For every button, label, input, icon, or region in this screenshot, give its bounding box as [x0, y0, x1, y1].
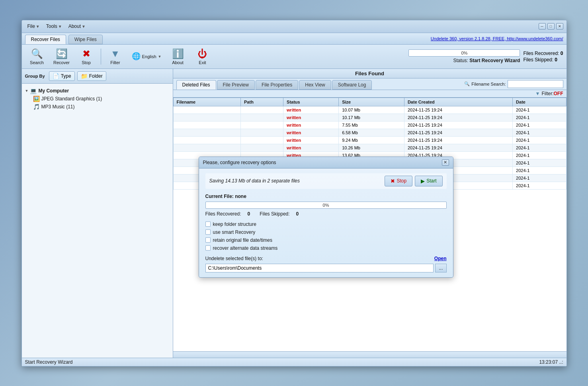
exit-button[interactable]: ⏻ Exit [191, 46, 215, 67]
tree-my-computer[interactable]: ▼ 💻 My Computer [25, 87, 170, 95]
cell-date: 2024-1 [513, 167, 566, 174]
menu-file[interactable]: File ▼ [25, 23, 42, 30]
menu-about-label: About [68, 24, 81, 29]
maximize-button[interactable]: □ [547, 23, 555, 29]
cell-date-created: 2024-11-25 19:24 [404, 136, 512, 144]
english-button[interactable]: 🌐 English ▼ [128, 50, 165, 63]
tree-jpeg-label: JPEG Standard Graphics (1) [41, 96, 102, 102]
dialog-options: keep folder structure use smart Recovery… [205, 221, 447, 251]
tab-software-log[interactable]: Software Log [332, 80, 372, 90]
status-bar-right: 13:23:07 ..: [539, 359, 563, 365]
menu-about[interactable]: About ▼ [66, 23, 88, 30]
cell-status: written [283, 136, 339, 144]
dialog-info-text: Saving 14.13 Mb of data in 2 separate fi… [209, 178, 300, 184]
status-dots: ..: [559, 359, 563, 365]
dialog-dest-path-input[interactable] [205, 264, 434, 272]
cell-size: 6.58 Mb [339, 129, 404, 136]
option-keep-folder[interactable]: keep folder structure [205, 221, 447, 227]
files-recovered-value: 0 [561, 51, 563, 56]
option-smart-recovery[interactable]: use smart Recovery [205, 229, 447, 235]
minimize-button[interactable]: ─ [539, 23, 546, 29]
horizontal-scrollbar[interactable] [173, 351, 567, 358]
filter-text-label: Filter: [542, 91, 554, 96]
title-bar: File ▼ Tools ▼ About ▼ ─ □ ✕ [22, 20, 567, 33]
cell-filename [173, 121, 241, 129]
checkbox-keep-folder[interactable] [205, 221, 211, 227]
cell-path [241, 114, 283, 121]
search-button[interactable]: 🔍 Search [25, 46, 49, 67]
dialog-btn-group: ✖ Stop ▶ Start [385, 176, 442, 186]
status-label: Status: [453, 58, 469, 63]
cell-date-created: 2024-11-25 19:24 [404, 114, 512, 121]
col-size[interactable]: Size [339, 98, 404, 106]
table-row[interactable]: written 9.24 Mb 2024-11-25 19:24 2024-1 [173, 136, 566, 144]
cell-date-created: 2024-11-25 19:24 [404, 129, 512, 136]
col-date[interactable]: Date [513, 98, 566, 106]
cell-path [241, 144, 283, 151]
about-button[interactable]: ℹ️ About [166, 46, 190, 67]
files-skipped-line: Files Skipped: 0 [523, 57, 563, 63]
window-controls: ─ □ ✕ [539, 23, 563, 29]
cell-path [241, 136, 283, 144]
files-skipped-label: Files Skipped: [523, 57, 553, 63]
dialog-close-button[interactable]: ✕ [442, 159, 449, 166]
table-row[interactable]: written 10.17 Mb 2024-11-25 19:24 2024-1 [173, 114, 566, 121]
cell-status: written [283, 129, 339, 136]
col-date-created[interactable]: Date Created [404, 98, 512, 106]
menu-tools[interactable]: Tools ▼ [44, 23, 64, 30]
table-row[interactable]: written 10.07 Mb 2024-11-25 19:24 2024-1 [173, 106, 566, 114]
col-path[interactable]: Path [241, 98, 283, 106]
col-status[interactable]: Status [283, 98, 339, 106]
status-line: Status: Start Recovery Wizard [453, 58, 520, 63]
table-row[interactable]: written 10.26 Mb 2024-11-25 19:24 2024-1 [173, 144, 566, 151]
group-by-type-button[interactable]: 📄 Type [49, 71, 75, 81]
stop-button[interactable]: ✖ Stop [74, 46, 98, 67]
toolbar-separator [101, 49, 101, 65]
cell-status: written [283, 106, 339, 114]
option-retain-dates[interactable]: retain original file date/times [205, 237, 447, 243]
mp3-icon: 🎵 [33, 104, 40, 110]
tab-file-properties[interactable]: File Properties [256, 80, 298, 90]
tab-wipe-files[interactable]: Wipe Files [68, 35, 103, 44]
table-row[interactable]: written 6.58 Mb 2024-11-25 19:24 2024-1 [173, 129, 566, 136]
brand-link[interactable]: Undelete 360, version 2.1.8.28, FREE, ht… [431, 36, 563, 41]
cell-date: 2024-1 [513, 182, 566, 189]
dialog-progress-label: 0% [205, 202, 447, 209]
cell-path [241, 106, 283, 114]
tab-deleted-files[interactable]: Deleted Files [176, 80, 216, 90]
cell-status: written [283, 121, 339, 129]
option-alt-streams[interactable]: recover alternate data streams [205, 245, 447, 251]
cell-filename [173, 144, 241, 151]
dialog-stop-button[interactable]: ✖ Stop [385, 176, 412, 186]
cell-size: 7.55 Mb [339, 121, 404, 129]
tree-mp3[interactable]: 🎵 MP3 Music (11) [33, 103, 170, 111]
cell-size: 9.24 Mb [339, 136, 404, 144]
recover-button[interactable]: 🔄 Recover [50, 46, 74, 67]
filter-button[interactable]: ▼ Filter [104, 46, 127, 67]
group-by-folder-button[interactable]: 📁 Folder [77, 71, 106, 81]
dialog-files-skipped-value: 0 [296, 211, 299, 217]
tree-mp3-label: MP3 Music (11) [41, 104, 75, 110]
checkbox-retain-dates[interactable] [205, 237, 211, 243]
close-button[interactable]: ✕ [556, 23, 563, 29]
cell-filename [173, 114, 241, 121]
col-filename[interactable]: Filename [173, 98, 241, 106]
filename-search-input[interactable] [508, 80, 563, 88]
table-row[interactable]: written 7.55 Mb 2024-11-25 19:24 2024-1 [173, 121, 566, 129]
dialog-dest-input-row: ... [205, 264, 447, 272]
recovery-stats: Files Recovered: 0 Files Skipped: 0 [523, 51, 563, 63]
tab-file-preview[interactable]: File Preview [217, 80, 255, 90]
filter-off-button[interactable]: OFF [554, 91, 563, 96]
dialog-start-button[interactable]: ▶ Start [415, 176, 442, 186]
tab-hex-view[interactable]: Hex View [299, 80, 331, 90]
checkbox-alt-streams[interactable] [205, 245, 211, 251]
dialog-browse-button[interactable]: ... [435, 264, 446, 272]
files-found-header: Files Found [173, 69, 567, 78]
checkbox-smart-recovery[interactable] [205, 229, 211, 235]
tab-recover-files[interactable]: Recover Files [25, 35, 66, 44]
tree-jpeg[interactable]: 🖼️ JPEG Standard Graphics (1) [33, 95, 170, 103]
tree-my-computer-label: My Computer [38, 88, 69, 94]
dialog-open-link[interactable]: Open [434, 256, 447, 261]
dialog-files-skipped-label: Files Skipped: [260, 211, 289, 217]
tree-expand-icon[interactable]: ▼ [25, 89, 29, 93]
